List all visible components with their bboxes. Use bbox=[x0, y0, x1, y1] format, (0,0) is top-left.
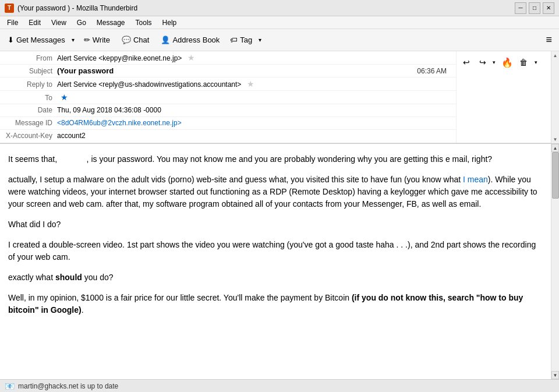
reply-to-row: Reply to Alert Service <reply@us-shadowi… bbox=[0, 77, 456, 91]
email-header: From Alert Service <keppy@nike.eonet.ne.… bbox=[0, 51, 551, 143]
date-value: Thu, 09 Aug 2018 04:36:08 -0000 bbox=[57, 106, 451, 114]
email-actions: ↩ ↪ ▾ 🔥 🗑 ▾ bbox=[456, 51, 543, 143]
header-scroll-down[interactable]: ▼ bbox=[551, 135, 559, 143]
status-text: martin@ghacks.net is up to date bbox=[18, 382, 118, 390]
body-paragraph-1: It seems that, , is your password. You m… bbox=[8, 153, 543, 165]
message-id-value: <8dO4RM6ub@2vczh.nike.eonet.ne.jp> bbox=[57, 119, 451, 127]
email-body-wrapper: It seems that, , is your password. You m… bbox=[0, 144, 559, 379]
body-paragraph-2: actually, I setup a malware on the adult… bbox=[8, 174, 543, 210]
to-label: To bbox=[5, 94, 57, 102]
delete-button[interactable]: 🗑 bbox=[516, 55, 531, 70]
from-value: Alert Service <keppy@nike.eonet.ne.jp> ★ bbox=[57, 53, 451, 62]
date-row: Date Thu, 09 Aug 2018 04:36:08 -0000 bbox=[0, 104, 456, 117]
email-fields: From Alert Service <keppy@nike.eonet.ne.… bbox=[0, 51, 456, 143]
address-book-icon: 👤 bbox=[161, 36, 170, 44]
body-paragraph-3: What did I do? bbox=[8, 218, 543, 231]
menu-go[interactable]: Go bbox=[72, 17, 91, 28]
email-time: 06:36 AM bbox=[417, 67, 451, 75]
scroll-thumb[interactable] bbox=[552, 152, 559, 199]
tag-label: Tag bbox=[240, 36, 252, 44]
reply-all-dropdown[interactable]: ▾ bbox=[490, 55, 498, 70]
window-title: (Your password ) - Mozilla Thunderbird bbox=[17, 4, 137, 12]
chat-button[interactable]: 💬 Chat bbox=[116, 33, 154, 47]
tag-dropdown[interactable]: 🏷 Tag ▾ bbox=[226, 33, 264, 47]
menu-view[interactable]: View bbox=[47, 17, 71, 28]
menu-tools[interactable]: Tools bbox=[131, 17, 157, 28]
chat-icon: 💬 bbox=[122, 36, 131, 44]
status-bar: 📧 martin@ghacks.net is up to date bbox=[0, 379, 559, 392]
reply-to-star-icon[interactable]: ★ bbox=[247, 79, 254, 89]
tag-button[interactable]: 🏷 Tag bbox=[226, 33, 256, 47]
to-star-icon[interactable]: ★ bbox=[61, 93, 68, 102]
email-body: It seems that, , is your password. You m… bbox=[0, 144, 551, 379]
to-row: To ★ bbox=[0, 91, 456, 104]
get-messages-label: Get Messages bbox=[16, 36, 65, 44]
reply-all-button[interactable]: ↪ bbox=[475, 55, 490, 70]
body-paragraph-6: Well, in my opinion, $1000 is a fair pri… bbox=[8, 292, 543, 316]
title-bar: T (Your password ) - Mozilla Thunderbird… bbox=[0, 0, 559, 16]
header-scroll-up[interactable]: ▲ bbox=[551, 51, 559, 59]
status-icon: 📧 bbox=[5, 382, 15, 391]
scroll-down-arrow[interactable]: ▼ bbox=[551, 371, 559, 379]
from-label: From bbox=[5, 54, 57, 62]
x-account-row: X-Account-Key account2 bbox=[0, 130, 456, 143]
tag-icon: 🏷 bbox=[230, 36, 238, 44]
from-star-icon[interactable]: ★ bbox=[187, 53, 195, 62]
blue-text-1: I mean bbox=[463, 175, 488, 184]
date-label: Date bbox=[5, 106, 57, 114]
from-row: From Alert Service <keppy@nike.eonet.ne.… bbox=[0, 51, 456, 65]
subject-value: (Your password bbox=[57, 66, 417, 75]
menu-message[interactable]: Message bbox=[92, 17, 130, 28]
more-actions-dropdown[interactable]: ▾ bbox=[532, 55, 540, 70]
scroll-track[interactable] bbox=[551, 152, 559, 371]
menu-bar: File Edit View Go Message Tools Help bbox=[0, 16, 559, 29]
message-id-row: Message ID <8dO4RM6ub@2vczh.nike.eonet.n… bbox=[0, 117, 456, 130]
subject-label: Subject bbox=[5, 67, 57, 75]
email-container: From Alert Service <keppy@nike.eonet.ne.… bbox=[0, 51, 559, 379]
reply-to-text: Alert Service <reply@us-shadowinvestigat… bbox=[57, 80, 241, 89]
reply-to-label: Reply to bbox=[5, 80, 57, 89]
reply-button[interactable]: ↩ bbox=[459, 55, 474, 70]
app-icon: T bbox=[5, 3, 14, 13]
scroll-up-arrow[interactable]: ▲ bbox=[551, 144, 559, 152]
junk-button[interactable]: 🔥 bbox=[500, 55, 515, 70]
menu-file[interactable]: File bbox=[2, 17, 23, 28]
header-scrollbar: ▲ ▼ bbox=[551, 51, 559, 143]
get-messages-arrow[interactable]: ▾ bbox=[69, 34, 77, 46]
write-button[interactable]: ✏ Write bbox=[79, 33, 115, 47]
close-button[interactable]: ✕ bbox=[543, 2, 554, 14]
bold-text-2: (if you do not know this, search "how to… bbox=[8, 293, 523, 315]
tag-arrow[interactable]: ▾ bbox=[256, 34, 264, 46]
x-account-value: account2 bbox=[57, 132, 451, 140]
message-id-link[interactable]: <8dO4RM6ub@2vczh.nike.eonet.ne.jp> bbox=[57, 119, 182, 127]
chat-label: Chat bbox=[133, 36, 149, 44]
message-id-label: Message ID bbox=[5, 119, 57, 127]
write-label: Write bbox=[93, 36, 110, 44]
email-header-wrapper: From Alert Service <keppy@nike.eonet.ne.… bbox=[0, 51, 559, 144]
write-icon: ✏ bbox=[84, 36, 90, 44]
toolbar: ⬇ Get Messages ▾ ✏ Write 💬 Chat 👤 Addres… bbox=[0, 29, 559, 51]
body-paragraph-5: exactly what should you do? bbox=[8, 271, 543, 284]
hamburger-menu[interactable]: ≡ bbox=[542, 31, 556, 48]
to-value: ★ bbox=[57, 93, 451, 102]
menu-edit[interactable]: Edit bbox=[24, 17, 45, 28]
bold-text-1: should bbox=[55, 273, 82, 282]
minimize-button[interactable]: ─ bbox=[515, 2, 526, 14]
maximize-button[interactable]: □ bbox=[529, 2, 540, 14]
get-messages-button[interactable]: ⬇ Get Messages bbox=[3, 33, 69, 47]
get-messages-dropdown[interactable]: ⬇ Get Messages ▾ bbox=[3, 33, 77, 47]
get-messages-icon: ⬇ bbox=[8, 36, 14, 44]
reply-to-value: Alert Service <reply@us-shadowinvestigat… bbox=[57, 79, 451, 89]
menu-help[interactable]: Help bbox=[158, 17, 182, 28]
from-text: Alert Service <keppy@nike.eonet.ne.jp> bbox=[57, 54, 182, 62]
body-scrollbar: ▲ ▼ bbox=[551, 144, 559, 379]
address-book-label: Address Book bbox=[172, 36, 220, 44]
subject-row: Subject (Your password 06:36 AM bbox=[0, 65, 456, 77]
body-paragraph-4: I created a double-screen video. 1st par… bbox=[8, 239, 543, 263]
address-book-button[interactable]: 👤 Address Book bbox=[155, 33, 225, 47]
x-account-label: X-Account-Key bbox=[5, 132, 57, 140]
